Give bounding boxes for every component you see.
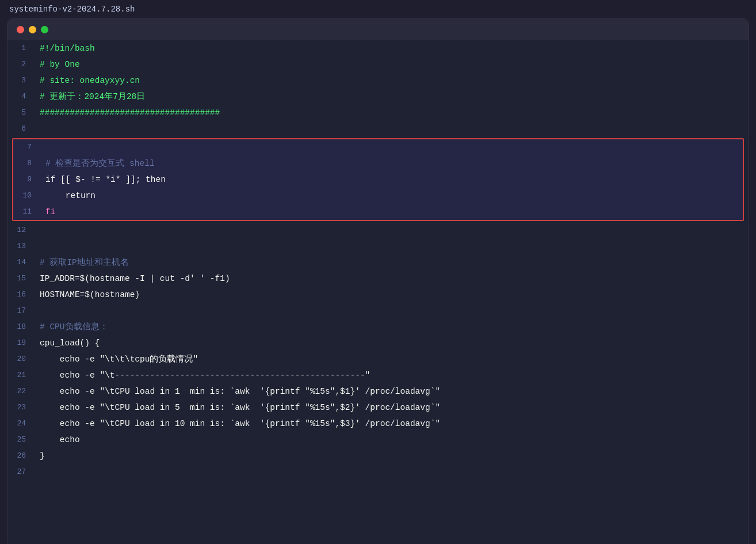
traffic-light-green[interactable]: [41, 26, 48, 33]
line-content: # 检查是否为交互式 shell: [41, 155, 743, 172]
code-line-26: 26 }: [7, 448, 749, 464]
line-content: # 获取IP地址和主机名: [35, 254, 749, 271]
window-title: systeminfo-v2-2024.7.28.sh: [9, 5, 135, 14]
code-line-19: 19 cpu_load() {: [7, 335, 749, 351]
title-bar-outer: systeminfo-v2-2024.7.28.sh: [0, 0, 756, 18]
line-content: # 更新于：2024年7月28日: [35, 89, 749, 105]
line-number: 23: [7, 400, 35, 416]
line-number: 8: [13, 155, 41, 172]
code-line-18: 18 # CPU负载信息：: [7, 319, 749, 335]
line-number: 16: [7, 287, 35, 303]
line-number: 4: [7, 89, 35, 105]
line-number: 14: [7, 254, 35, 271]
line-number: 15: [7, 271, 35, 287]
highlight-group: 7 8 # 检查是否为交互式 shell 9 if [[ $- != *i* ]…: [12, 138, 744, 221]
line-number: 2: [7, 56, 35, 73]
traffic-light-red[interactable]: [17, 26, 24, 33]
line-content: echo -e "\tCPU load in 1 min is: `awk '{…: [35, 383, 749, 400]
line-content: echo -e "\t-----------------------------…: [35, 367, 749, 383]
code-line-15: 15 IP_ADDR=$(hostname -I | cut -d' ' -f1…: [7, 271, 749, 287]
line-content: }: [35, 448, 749, 464]
line-content: fi: [41, 204, 743, 220]
line-content: echo -e "\tCPU load in 10 min is: `awk '…: [35, 416, 749, 432]
code-line-8: 8 # 检查是否为交互式 shell: [13, 155, 743, 172]
line-content: cpu_load() {: [35, 335, 749, 351]
line-number: 3: [7, 73, 35, 89]
line-content: # site: onedayxyy.cn: [35, 73, 749, 89]
line-content: HOSTNAME=$(hostname): [35, 287, 749, 303]
line-number: 12: [7, 222, 35, 238]
code-area: 1 #!/bin/bash 2 # by One 3 # site: oneda…: [7, 40, 749, 544]
line-content: echo -e "\t\t\tcpu的负载情况": [35, 351, 749, 367]
window: 1 #!/bin/bash 2 # by One 3 # site: oneda…: [7, 18, 749, 544]
line-number: 5: [7, 105, 35, 121]
code-line-17: 17: [7, 303, 749, 319]
line-content: # CPU负载信息：: [35, 319, 749, 335]
code-line-13: 13: [7, 238, 749, 254]
code-line-6: 6: [7, 121, 749, 137]
line-content: return: [41, 188, 743, 204]
code-line-14: 14 # 获取IP地址和主机名: [7, 254, 749, 271]
code-line-1: 1 #!/bin/bash: [7, 40, 749, 56]
code-line-16: 16 HOSTNAME=$(hostname): [7, 287, 749, 303]
line-content: echo -e "\tCPU load in 5 min is: `awk '{…: [35, 400, 749, 416]
code-line-23: 23 echo -e "\tCPU load in 5 min is: `awk…: [7, 400, 749, 416]
window-titlebar: [7, 19, 749, 40]
line-number: 25: [7, 432, 35, 448]
line-content: echo: [35, 432, 749, 448]
code-line-11: 11 fi: [13, 204, 743, 220]
code-line-27: 27: [7, 464, 749, 480]
line-number: 21: [7, 367, 35, 383]
traffic-light-yellow[interactable]: [29, 26, 36, 33]
code-line-3: 3 # site: onedayxyy.cn: [7, 73, 749, 89]
line-content: ####################################: [35, 105, 749, 121]
line-number: 6: [7, 121, 35, 137]
line-number: 10: [13, 188, 41, 204]
line-number: 26: [7, 448, 35, 464]
code-line-25: 25 echo: [7, 432, 749, 448]
code-line-5: 5 ####################################: [7, 105, 749, 121]
line-number: 13: [7, 238, 35, 254]
line-number: 1: [7, 40, 35, 56]
code-line-22: 22 echo -e "\tCPU load in 1 min is: `awk…: [7, 383, 749, 400]
line-number: 11: [13, 204, 41, 220]
code-line-12: 12: [7, 222, 749, 238]
code-line-9: 9 if [[ $- != *i* ]]; then: [13, 172, 743, 188]
line-content: IP_ADDR=$(hostname -I | cut -d' ' -f1): [35, 271, 749, 287]
code-line-24: 24 echo -e "\tCPU load in 10 min is: `aw…: [7, 416, 749, 432]
line-content: #!/bin/bash: [35, 40, 749, 56]
line-number: 22: [7, 383, 35, 400]
line-number: 9: [13, 172, 41, 188]
code-line-7: 7: [13, 139, 743, 155]
line-number: 17: [7, 303, 35, 319]
line-number: 20: [7, 351, 35, 367]
code-line-20: 20 echo -e "\t\t\tcpu的负载情况": [7, 351, 749, 367]
line-number: 24: [7, 416, 35, 432]
line-number: 27: [7, 464, 35, 480]
line-content: if [[ $- != *i* ]]; then: [41, 172, 743, 188]
line-number: 19: [7, 335, 35, 351]
code-line-2: 2 # by One: [7, 56, 749, 73]
code-line-21: 21 echo -e "\t--------------------------…: [7, 367, 749, 383]
line-content: # by One: [35, 56, 749, 73]
code-line-10: 10 return: [13, 188, 743, 204]
line-number: 18: [7, 319, 35, 335]
line-number: 7: [13, 139, 41, 155]
code-line-4: 4 # 更新于：2024年7月28日: [7, 89, 749, 105]
